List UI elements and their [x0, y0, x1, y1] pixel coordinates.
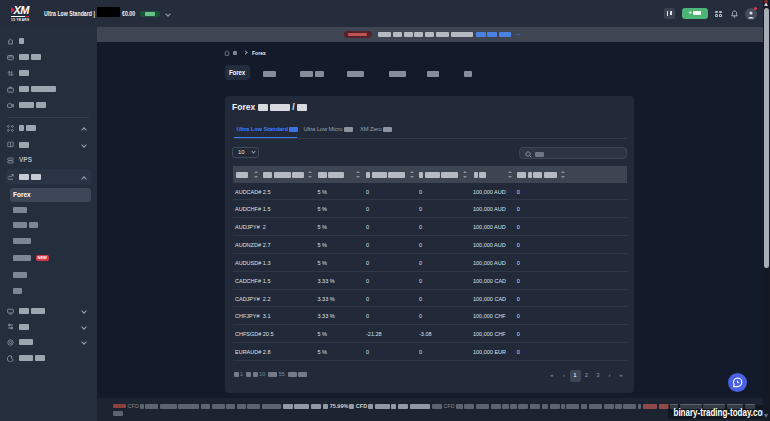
svg-text:binary-trading-today.com: binary-trading-today.com [674, 407, 770, 418]
